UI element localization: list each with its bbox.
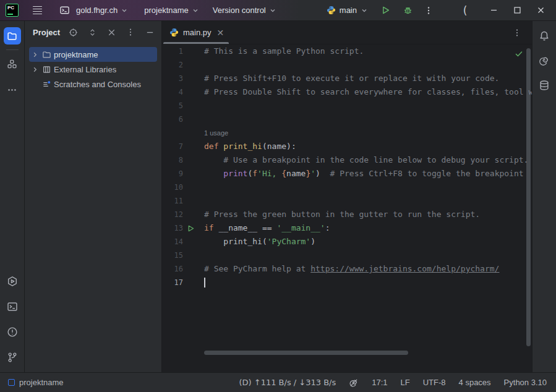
tab-label: main.py <box>183 28 212 37</box>
remote-host-label: gold.fhgr.ch <box>76 6 118 15</box>
run-configuration-selector[interactable]: main <box>327 6 368 15</box>
status-caret-position[interactable]: 17:1 <box>372 378 387 387</box>
code-line[interactable]: 17 <box>162 276 532 289</box>
crescent-icon[interactable]: ( <box>453 0 477 21</box>
maximize-button[interactable] <box>505 0 529 21</box>
database-tool-button[interactable] <box>536 77 553 94</box>
project-panel-title: Project <box>33 28 60 37</box>
status-line-separator[interactable]: LF <box>401 378 410 387</box>
more-actions-icon[interactable] <box>420 2 437 19</box>
tab-main-py[interactable]: main.py ✕ <box>162 21 230 44</box>
code-line[interactable]: 15 <box>162 249 532 262</box>
status-indent[interactable]: 4 spaces <box>459 378 491 387</box>
pycharm-logo-text: PC <box>7 5 14 11</box>
version-control-menu[interactable]: Version control <box>212 3 278 17</box>
project-tool-button[interactable] <box>4 27 21 45</box>
line-number[interactable]: 16 <box>162 262 183 276</box>
line-number[interactable]: 15 <box>162 249 183 262</box>
pycharm-logo-icon[interactable]: PC <box>6 4 19 17</box>
line-number[interactable]: 1 <box>162 45 183 58</box>
line-number[interactable]: 13 <box>162 221 183 235</box>
code-line[interactable]: 7def print_hi(name): <box>162 140 532 153</box>
line-number[interactable]: 17 <box>162 276 183 289</box>
version-control-tool-button[interactable] <box>4 349 21 366</box>
code-line[interactable]: 2 <box>162 58 532 72</box>
run-button[interactable] <box>377 2 394 19</box>
library-icon <box>40 65 53 74</box>
gutter-slot <box>183 208 204 221</box>
status-transfer-speed[interactable]: (D) ↑111 B/s / ↓313 B/s <box>239 378 336 387</box>
line-number[interactable]: 3 <box>162 72 183 85</box>
ai-disabled-icon[interactable] <box>349 378 359 388</box>
gutter-slot <box>183 85 204 99</box>
vertical-scrollbar[interactable] <box>526 48 531 346</box>
tab-options-icon[interactable] <box>508 25 526 41</box>
structure-tool-button[interactable] <box>4 55 21 72</box>
code-line[interactable]: 6 <box>162 113 532 126</box>
code-line[interactable]: 9 print(f'Hi, {name}') # Press Ctrl+F8 t… <box>162 167 532 181</box>
more-vertical-icon[interactable] <box>124 25 137 39</box>
chevron-right-icon[interactable] <box>29 66 40 73</box>
services-icon <box>7 276 18 287</box>
tab-close-icon[interactable]: ✕ <box>217 28 225 37</box>
line-number[interactable]: 14 <box>162 235 183 249</box>
status-project-widget[interactable]: projektname <box>0 378 64 387</box>
line-number[interactable]: 2 <box>162 58 183 72</box>
code-line[interactable]: 10 <box>162 181 532 194</box>
remote-host-icon[interactable] <box>58 2 71 18</box>
line-number[interactable]: 12 <box>162 208 183 221</box>
horizontal-scrollbar[interactable] <box>204 351 408 355</box>
code-line[interactable]: 14 print_hi('PyCharm') <box>162 235 532 249</box>
gutter-slot <box>183 262 204 276</box>
terminal-tool-button[interactable] <box>4 298 21 315</box>
code-line[interactable]: 4# Press Double Shift to search everywhe… <box>162 85 532 99</box>
code-line[interactable]: 11 <box>162 194 532 208</box>
minimize-button[interactable] <box>482 0 505 21</box>
inspections-ok-icon[interactable] <box>515 49 523 58</box>
more-horizontal-icon <box>7 85 17 95</box>
problems-tool-button[interactable] <box>4 323 21 341</box>
line-number[interactable]: 4 <box>162 85 183 99</box>
status-encoding[interactable]: UTF-8 <box>423 378 446 387</box>
code-line[interactable]: 16# See PyCharm help at https://www.jetb… <box>162 262 532 276</box>
status-interpreter[interactable]: Python 3.10 <box>504 378 547 387</box>
code-line[interactable]: 12# Press the green button in the gutter… <box>162 208 532 221</box>
code-line[interactable]: 1# This is a sample Python script. <box>162 45 532 58</box>
gutter-run-icon[interactable] <box>183 221 204 235</box>
close-button[interactable] <box>529 0 552 21</box>
code-line[interactable]: 13if __name__ == '__main__': <box>162 221 532 235</box>
gutter-slot <box>183 58 204 72</box>
code-line[interactable]: 8 # Use a breakpoint in the code line be… <box>162 153 532 167</box>
line-number[interactable]: 8 <box>162 153 183 167</box>
remote-host-menu[interactable]: gold.fhgr.ch <box>75 3 129 17</box>
notifications-tool-button[interactable] <box>536 27 553 45</box>
line-number[interactable]: 7 <box>162 140 183 153</box>
chevron-right-icon[interactable] <box>29 51 40 58</box>
collapse-all-icon[interactable] <box>105 25 118 39</box>
line-number[interactable]: 6 <box>162 113 183 126</box>
code-line[interactable]: 3# Press Shift+F10 to execute it or repl… <box>162 72 532 85</box>
status-project-label: projektname <box>19 378 64 387</box>
locate-icon[interactable] <box>66 25 80 39</box>
usages-inlay-hint[interactable]: 1 usage <box>162 126 532 140</box>
structure-icon <box>7 59 17 69</box>
code-area[interactable]: 1# This is a sample Python script.23# Pr… <box>162 45 532 372</box>
ai-assistant-tool-button[interactable] <box>536 52 553 69</box>
more-tool-windows-button[interactable] <box>4 81 21 98</box>
main-menu-icon[interactable] <box>30 4 45 17</box>
scratches-icon <box>40 80 53 89</box>
project-menu[interactable]: projektname <box>143 3 200 17</box>
tree-item-external-libraries[interactable]: External Libraries <box>29 62 157 77</box>
tree-item-scratches[interactable]: Scratches and Consoles <box>29 77 157 92</box>
run-configuration-label: main <box>340 6 357 15</box>
debug-button[interactable] <box>399 2 416 19</box>
expand-all-icon[interactable] <box>85 25 99 39</box>
code-line[interactable]: 5 <box>162 99 532 113</box>
line-number[interactable]: 11 <box>162 194 183 208</box>
hide-panel-icon[interactable] <box>143 25 156 39</box>
services-tool-button[interactable] <box>4 273 21 290</box>
line-number[interactable]: 5 <box>162 99 183 113</box>
line-number[interactable]: 9 <box>162 167 183 181</box>
tree-item-projektname[interactable]: projektname <box>29 47 157 62</box>
line-number[interactable]: 10 <box>162 181 183 194</box>
